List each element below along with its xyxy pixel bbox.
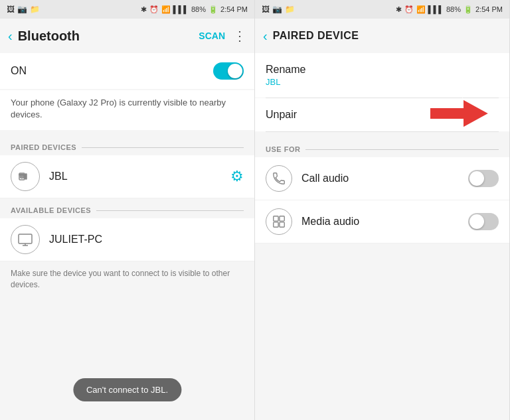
- scan-button[interactable]: SCAN: [199, 31, 225, 41]
- folder-icon-r: 📁: [285, 5, 295, 14]
- phone-icon: [266, 165, 292, 192]
- status-left-icons-right: 🖼 📷 📁: [262, 5, 295, 14]
- camera-icon-r: 📷: [272, 5, 282, 14]
- call-audio-toggle[interactable]: [468, 170, 499, 187]
- svg-point-2: [21, 176, 23, 177]
- media-audio-item: Media audio: [255, 200, 509, 244]
- hint-text: Make sure the device you want to connect…: [0, 261, 254, 297]
- back-button-right[interactable]: ‹: [260, 26, 270, 46]
- use-for-section: USE FOR Call audio: [255, 137, 509, 244]
- svg-marker-9: [430, 99, 489, 128]
- wifi-icon: 📶: [161, 5, 171, 14]
- back-button[interactable]: ‹: [5, 26, 15, 46]
- juliet-pc-name: JULIET-PC: [49, 234, 244, 245]
- svg-rect-6: [19, 234, 32, 244]
- on-row: ON: [0, 53, 254, 89]
- status-right-icons-right: ✱ ⏰ 📶 ▌▌▌ 88% 🔋 2:54 PM: [396, 5, 503, 14]
- camera-icon: 📷: [17, 5, 27, 14]
- svg-rect-5: [19, 175, 25, 176]
- alarm-icon: ⏰: [149, 5, 159, 14]
- media-audio-toggle[interactable]: [468, 213, 499, 230]
- status-left-icons: 🖼 📷 📁: [7, 5, 40, 14]
- svg-rect-11: [280, 216, 284, 221]
- rename-sub: JBL: [266, 77, 499, 95]
- jbl-device-row[interactable]: JBL ⚙: [0, 155, 254, 198]
- notification-icon: 🖼: [7, 5, 15, 14]
- on-label: ON: [11, 65, 27, 77]
- signal-icon: ▌▌▌: [173, 5, 189, 13]
- rename-label: Rename: [266, 64, 499, 76]
- svg-rect-10: [274, 216, 278, 221]
- alarm-icon-r: ⏰: [404, 5, 414, 14]
- bluetooth-status-icon-r: ✱: [396, 5, 402, 14]
- folder-icon: 📁: [30, 5, 40, 14]
- time-r: 2:54 PM: [475, 5, 503, 13]
- call-audio-item: Call audio: [255, 157, 509, 200]
- use-for-header: USE FOR: [255, 137, 509, 157]
- signal-icon-r: ▌▌▌: [428, 5, 444, 13]
- wifi-icon-r: 📶: [416, 5, 426, 14]
- call-audio-label: Call audio: [301, 173, 468, 184]
- paired-devices-header: PAIRED DEVICES: [0, 135, 254, 155]
- battery-icon: 🔋: [209, 5, 218, 14]
- menu-button[interactable]: ⋮: [230, 25, 249, 46]
- paired-device-content: Rename JBL Unpair USE FOR: [255, 53, 509, 420]
- bluetooth-content: ON Your phone (Galaxy J2 Pro) is current…: [0, 53, 254, 383]
- toggle-knob: [228, 64, 242, 78]
- status-right-icons: ✱ ⏰ 📶 ▌▌▌ 88% 🔋 2:54 PM: [141, 5, 248, 14]
- paired-device-title: PAIRED DEVICE: [273, 30, 504, 42]
- call-audio-toggle-knob: [469, 171, 484, 186]
- battery-text-r: 88%: [446, 5, 461, 13]
- snackbar: Can't connect to JBL.: [73, 378, 181, 401]
- paired-device-panel: 🖼 📷 📁 ✱ ⏰ 📶 ▌▌▌ 88% 🔋 2:54 PM ‹ PAIRED D…: [255, 0, 510, 420]
- visibility-text: Your phone (Galaxy J2 Pro) is currently …: [0, 90, 254, 130]
- notification-icon-r: 🖼: [262, 5, 270, 14]
- unpair-label: Unpair: [266, 109, 297, 121]
- rename-item[interactable]: Rename JBL: [255, 53, 509, 98]
- jbl-settings-icon[interactable]: ⚙: [230, 168, 244, 185]
- jbl-device-name: JBL: [49, 171, 230, 182]
- time: 2:54 PM: [220, 5, 248, 13]
- svg-rect-4: [26, 174, 27, 179]
- svg-rect-12: [274, 222, 278, 227]
- bluetooth-toggle[interactable]: [213, 62, 244, 80]
- red-arrow-indicator: [423, 96, 496, 134]
- bluetooth-panel: 🖼 📷 📁 ✱ ⏰ 📶 ▌▌▌ 88% 🔋 2:54 PM ‹ Bluetoot…: [0, 0, 255, 420]
- paired-device-top-bar: ‹ PAIRED DEVICE: [255, 19, 509, 53]
- status-bar-left: 🖼 📷 📁 ✱ ⏰ 📶 ▌▌▌ 88% 🔋 2:54 PM: [0, 0, 254, 19]
- speaker-icon: [11, 162, 40, 191]
- status-bar-right: 🖼 📷 📁 ✱ ⏰ 📶 ▌▌▌ 88% 🔋 2:54 PM: [255, 0, 509, 19]
- battery-text: 88%: [191, 5, 206, 13]
- available-devices-header: AVAILABLE DEVICES: [0, 198, 254, 218]
- unpair-item[interactable]: Unpair: [255, 98, 509, 131]
- media-icon: [266, 208, 292, 235]
- media-audio-label: Media audio: [301, 216, 468, 228]
- page-title: Bluetooth: [18, 29, 199, 44]
- bluetooth-status-icon: ✱: [141, 5, 147, 14]
- juliet-pc-row[interactable]: JULIET-PC: [0, 218, 254, 261]
- media-audio-toggle-knob: [469, 214, 484, 229]
- battery-icon-r: 🔋: [464, 5, 473, 14]
- svg-rect-13: [280, 222, 284, 227]
- monitor-icon: [11, 225, 40, 254]
- bluetooth-top-bar: ‹ Bluetooth SCAN ⋮: [0, 19, 254, 53]
